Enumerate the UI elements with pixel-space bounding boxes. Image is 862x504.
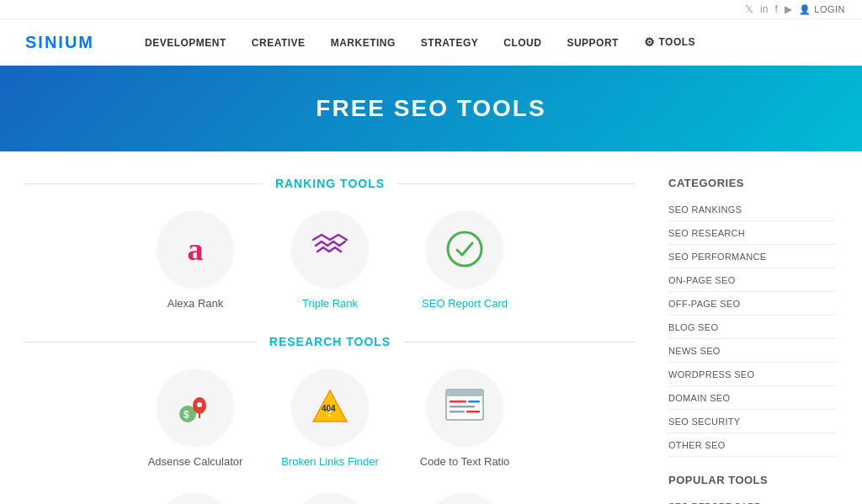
svg-rect-14: [450, 411, 465, 413]
tool-triple[interactable]: Triple Rank: [271, 211, 389, 310]
svg-point-0: [448, 232, 482, 266]
svg-text:404: 404: [322, 404, 336, 413]
main-layout: RANKING TOOLS a Alexa Rank Tri: [0, 151, 862, 504]
twitter-icon[interactable]: 𝕏: [745, 3, 753, 15]
sidebar-item-other-seo[interactable]: OTHER SEO: [668, 433, 837, 457]
tool-triple-label: Triple Rank: [302, 297, 358, 310]
tool-alexa[interactable]: a Alexa Rank: [136, 211, 254, 310]
categories-list: SEO RANKINGS SEO RESEARCH SEO PERFORMANC…: [668, 198, 837, 457]
tool-adsense[interactable]: $ Adsense Calculator: [136, 369, 254, 468]
login-link[interactable]: 👤 LOGIN: [799, 4, 845, 15]
svg-rect-11: [450, 401, 466, 403]
nav-links: DEVELOPMENT CREATIVE MARKETING STRATEGY …: [145, 35, 695, 49]
tool-seo-card[interactable]: SEO Report Card: [406, 211, 524, 310]
categories-title: CATEGORIES: [668, 177, 837, 189]
broken-links-icon: ! 404: [309, 386, 351, 428]
research-section-title: RESEARCH TOOLS: [257, 335, 403, 348]
svg-rect-15: [466, 411, 480, 413]
svg-rect-10: [446, 390, 483, 396]
content-area: RANKING TOOLS a Alexa Rank Tri: [25, 177, 635, 504]
sidebar-item-news-seo[interactable]: NEWS SEO: [668, 339, 837, 363]
nav-item-marketing[interactable]: MARKETING: [331, 36, 396, 49]
social-icons: 𝕏 in f ▶ 👤 LOGIN: [745, 3, 845, 15]
popular-title: POPULAR TOOLS: [668, 474, 837, 486]
seo-report-card-icon: [444, 228, 486, 270]
sidebar: CATEGORIES SEO RANKINGS SEO RESEARCH SEO…: [668, 177, 837, 504]
ranking-tools-grid: a Alexa Rank Triple Rank: [25, 211, 635, 310]
svg-rect-13: [450, 406, 475, 408]
tool-broken[interactable]: ! 404 Broken Links Finder: [271, 369, 389, 468]
nav-item-development[interactable]: DEVELOPMENT: [145, 36, 226, 49]
research-section-header: RESEARCH TOOLS: [25, 335, 635, 348]
tool-alexa-circle: a: [157, 211, 233, 287]
tool-seo-label: SEO Report Card: [422, 297, 508, 310]
sidebar-item-seo-performance[interactable]: SEO PERFORMANCE: [668, 245, 837, 268]
triple-rank-icon: [309, 233, 351, 265]
svg-point-4: [197, 402, 202, 407]
tool-code-text[interactable]: Code to Text Ratio: [406, 369, 524, 468]
nav-item-tools[interactable]: ⚙ TOOLS: [644, 35, 695, 49]
tool-search-rank[interactable]: [136, 493, 254, 504]
tool-search-circle: [157, 493, 233, 504]
sidebar-item-seo-security[interactable]: SEO SECURITY: [668, 410, 837, 433]
navbar: SINIUM DEVELOPMENT CREATIVE MARKETING ST…: [0, 19, 862, 66]
nav-item-creative[interactable]: CREATIVE: [252, 36, 306, 49]
tool-chart-circle: [292, 493, 368, 504]
sidebar-item-seo-research[interactable]: SEO RESEARCH: [668, 221, 837, 245]
user-icon: 👤: [799, 4, 811, 15]
sidebar-item-domain-seo[interactable]: DOMAIN SEO: [668, 386, 837, 410]
tool-triple-circle: [292, 211, 368, 287]
svg-text:$: $: [184, 409, 189, 421]
ranking-section-header: RANKING TOOLS: [25, 177, 635, 190]
popular-list: SEO REPORT CARD BACKLINKS ANALYZER: [668, 495, 837, 504]
sidebar-item-on-page[interactable]: ON-PAGE SEO: [668, 268, 837, 292]
top-bar: 𝕏 in f ▶ 👤 LOGIN: [0, 0, 862, 19]
tool-code-circle: [427, 369, 503, 445]
tool-alexa-label: Alexa Rank: [168, 297, 223, 310]
tool-broken-label: Broken Links Finder: [281, 455, 379, 468]
tool-adsense-circle: $: [157, 369, 233, 445]
youtube-icon[interactable]: ▶: [785, 3, 792, 15]
tool-code-label: Code to Text Ratio: [420, 455, 510, 468]
tool-chart[interactable]: [271, 493, 389, 504]
sidebar-item-off-page[interactable]: OFF-PAGE SEO: [668, 292, 837, 316]
sidebar-item-blog-seo[interactable]: BLOG SEO: [668, 316, 837, 339]
gear-icon: ⚙: [644, 35, 656, 49]
svg-rect-12: [468, 401, 480, 403]
third-row-tools-grid: [25, 493, 635, 504]
tool-broken-circle: ! 404: [292, 369, 368, 445]
sidebar-item-seo-report-card[interactable]: SEO REPORT CARD: [668, 495, 837, 504]
linkedin-icon[interactable]: in: [760, 3, 768, 15]
hero-title: FREE SEO TOOLS: [17, 95, 845, 122]
code-text-icon: [443, 388, 487, 427]
tool-seo-circle: [427, 211, 503, 287]
sidebar-item-seo-rankings[interactable]: SEO RANKINGS: [668, 198, 837, 221]
research-tools-grid: $ Adsense Calculator ! 404: [25, 369, 635, 468]
hero-banner: FREE SEO TOOLS: [0, 66, 862, 151]
nav-item-cloud[interactable]: CLOUD: [503, 36, 541, 49]
sidebar-item-wordpress-seo[interactable]: WORDPRESS SEO: [668, 363, 837, 386]
logo[interactable]: SINIUM: [25, 33, 94, 52]
ranking-section-title: RANKING TOOLS: [263, 177, 397, 190]
nav-item-support[interactable]: SUPPORT: [567, 36, 619, 49]
alexa-icon: a: [188, 231, 204, 268]
adsense-icon: $: [174, 389, 216, 427]
tool-adsense-label: Adsense Calculator: [148, 455, 243, 468]
tool-network-circle: [427, 493, 503, 504]
facebook-icon[interactable]: f: [774, 3, 777, 15]
nav-item-strategy[interactable]: STRATEGY: [421, 36, 478, 49]
tool-network[interactable]: [406, 493, 524, 504]
